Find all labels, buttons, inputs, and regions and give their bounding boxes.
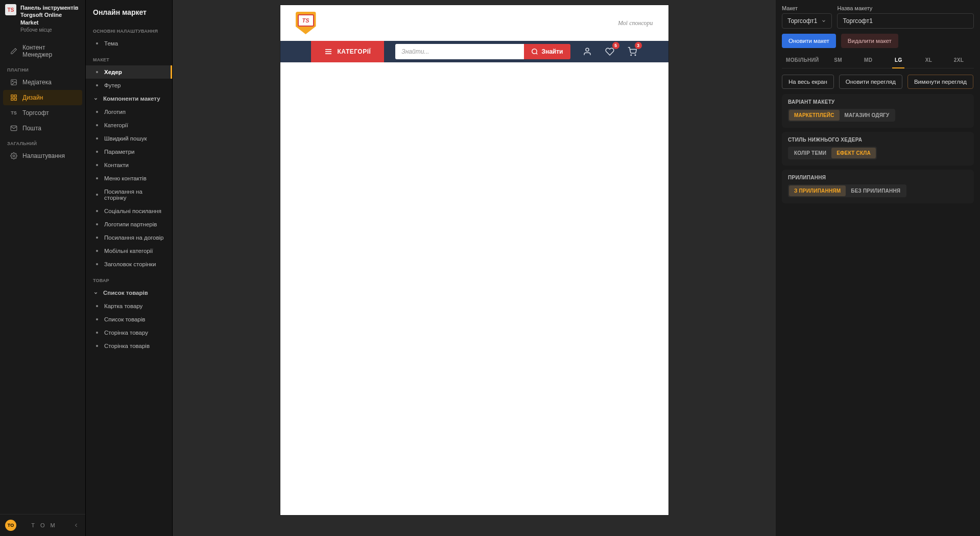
user-avatar[interactable]: TO — [5, 520, 16, 531]
properties-panel: Макет Торгсофт1 Назва макету Оновити мак… — [776, 0, 980, 536]
subnav-contacts[interactable]: Контакти — [86, 158, 172, 172]
seg-clothing[interactable]: МАГАЗИН ОДЯГУ — [840, 110, 895, 121]
subnav-page-link[interactable]: Посилання на сторінку — [86, 185, 172, 204]
disable-preview-button[interactable]: Вимкнути перегляд — [907, 75, 973, 89]
layout-select-label: Макет — [782, 5, 832, 11]
subnav-footer[interactable]: Футер — [86, 79, 172, 92]
app-title: Панель інструментів Torgsoft Online Mark… — [20, 4, 80, 26]
seg-marketplace[interactable]: МАРКЕТПЛЕЙС — [789, 110, 840, 121]
subnav-product-list-group[interactable]: Список товарів — [86, 286, 172, 299]
nav-section-general: ЗАГАЛЬНИЙ — [0, 136, 85, 148]
secondary-sidebar: Онлайн маркет ОСНОВНІ НАЛАШТУВАННЯ Тема … — [86, 0, 173, 536]
subnav-product-list[interactable]: Список товарів — [86, 313, 172, 326]
subnav-mobile-cats[interactable]: Мобільні категорії — [86, 244, 172, 258]
layout-name-input[interactable] — [837, 13, 974, 29]
wishlist-button[interactable]: 5 — [604, 46, 615, 57]
cart-badge: 3 — [635, 42, 642, 49]
option-layout-variant: ВАРІАНТ МАКЕТУ МАРКЕТПЛЕЙС МАГАЗИН ОДЯГУ — [782, 94, 974, 128]
svg-point-15 — [635, 55, 636, 56]
subnav-partner-logos[interactable]: Логотипи партнерів — [86, 218, 172, 231]
tab-lg[interactable]: LG — [883, 53, 914, 68]
nav-item-label: Дизайн — [22, 94, 43, 101]
svg-point-13 — [586, 48, 589, 51]
ts-icon: TS — [10, 109, 17, 116]
nav-item-label: Контент Менеджер — [22, 44, 75, 58]
svg-rect-5 — [14, 98, 16, 100]
svg-point-11 — [532, 49, 537, 54]
svg-point-1 — [12, 81, 13, 82]
preview-topbar: TS Мої спонсори — [280, 5, 668, 41]
cart-button[interactable]: 3 — [627, 46, 638, 57]
primary-sidebar: TS Панель інструментів Torgsoft Online M… — [0, 0, 86, 536]
option-title: СТИЛЬ НИЖНЬОГО ХЕДЕРА — [788, 137, 968, 143]
subnav-quicksearch[interactable]: Швидкий пошук — [86, 132, 172, 145]
tab-sm[interactable]: SM — [823, 53, 853, 68]
layout-select[interactable]: Торгсофт1 — [782, 13, 832, 29]
option-header-style: СТИЛЬ НИЖНЬОГО ХЕДЕРА КОЛІР ТЕМИ ЕФЕКТ С… — [782, 132, 974, 166]
subnav-logo[interactable]: Логотип — [86, 105, 172, 119]
nav-mail[interactable]: Пошта — [3, 121, 82, 136]
nav-settings[interactable]: Налаштування — [3, 148, 82, 164]
option-title: ПРИЛИПАННЯ — [788, 175, 968, 180]
nav-item-label: Пошта — [22, 125, 41, 132]
subnav-params[interactable]: Параметри — [86, 145, 172, 158]
nav-torgsoft[interactable]: TS Торгсофт — [3, 105, 82, 121]
preview-canvas: TS Мої спонсори КАТЕГОРІЇ Знайти — [280, 5, 668, 515]
nav-section-plugins: ПЛАГІНИ — [0, 62, 85, 75]
svg-rect-2 — [11, 95, 13, 97]
app-logo: TS — [5, 4, 16, 15]
search-icon — [531, 48, 538, 55]
sidebar-footer: TO T O M — [0, 514, 85, 536]
subnav-theme[interactable]: Тема — [86, 37, 172, 50]
subnav-product-page[interactable]: Сторінка товару — [86, 326, 172, 339]
hamburger-icon — [324, 48, 332, 56]
preview-search: Знайти — [395, 44, 570, 59]
tab-2xl[interactable]: 2XL — [944, 53, 974, 68]
preview-area: TS Мої спонсори КАТЕГОРІЇ Знайти — [173, 0, 776, 536]
search-input[interactable] — [395, 44, 524, 59]
subnav-title: Онлайн маркет — [86, 0, 172, 21]
svg-rect-4 — [11, 98, 13, 100]
subnav-categories[interactable]: Категорії — [86, 119, 172, 132]
seg-theme-color[interactable]: КОЛІР ТЕМИ — [789, 148, 831, 158]
collapse-sidebar-button[interactable] — [72, 521, 80, 529]
preview-sponsors-text: Мої спонсори — [618, 19, 653, 27]
option-title: ВАРІАНТ МАКЕТУ — [788, 99, 968, 105]
tab-xl[interactable]: XL — [914, 53, 944, 68]
account-button[interactable] — [582, 46, 593, 57]
subnav-contacts-menu[interactable]: Меню контактів — [86, 172, 172, 185]
subnav-contract-link[interactable]: Посилання на договір — [86, 231, 172, 244]
subnav-social[interactable]: Соціальні посилання — [86, 204, 172, 218]
tab-md[interactable]: MD — [853, 53, 883, 68]
seg-sticky-off[interactable]: БЕЗ ПРИЛИПАННЯ — [846, 185, 905, 196]
svg-rect-3 — [14, 95, 16, 97]
option-sticky: ПРИЛИПАННЯ З ПРИЛИПАННЯМ БЕЗ ПРИЛИПАННЯ — [782, 170, 974, 203]
subnav-components[interactable]: Компоненти макету — [86, 92, 172, 105]
fullscreen-button[interactable]: На весь екран — [782, 75, 834, 89]
nav-media[interactable]: Медіатека — [3, 75, 82, 90]
tab-mobile[interactable]: МОБІЛЬНИЙ — [782, 53, 823, 68]
subnav-products-page[interactable]: Сторінка товарів — [86, 339, 172, 353]
wishlist-badge: 5 — [612, 42, 619, 49]
chevron-down-icon — [93, 96, 98, 101]
subnav-product-card[interactable]: Картка товару — [86, 299, 172, 313]
app-subtitle: Робоче місце — [20, 27, 80, 33]
sidebar-header: TS Панель інструментів Torgsoft Online M… — [0, 0, 85, 37]
nav-content-manager[interactable]: Контент Менеджер — [3, 40, 82, 62]
layout-name-label: Назва макету — [837, 5, 974, 11]
refresh-preview-button[interactable]: Оновити перегляд — [839, 75, 902, 89]
subnav-page-title[interactable]: Заголовок сторінки — [86, 258, 172, 271]
image-icon — [10, 79, 17, 86]
nav-design[interactable]: Дизайн — [3, 90, 82, 105]
gear-icon — [10, 152, 17, 159]
preview-menubar: КАТЕГОРІЇ Знайти 5 — [280, 41, 668, 62]
seg-sticky-on[interactable]: З ПРИЛИПАННЯМ — [789, 185, 846, 196]
categories-button[interactable]: КАТЕГОРІЇ — [311, 41, 385, 62]
delete-layout-button[interactable]: Видалити макет — [841, 34, 898, 48]
update-layout-button[interactable]: Оновити макет — [782, 34, 836, 48]
seg-glass[interactable]: ЕФЕКТ СКЛА — [831, 148, 876, 158]
grid-icon — [10, 94, 17, 101]
search-button[interactable]: Знайти — [524, 44, 570, 59]
subnav-header[interactable]: Хедер — [86, 65, 172, 79]
subnav-section-layout: МАКЕТ — [86, 50, 172, 65]
